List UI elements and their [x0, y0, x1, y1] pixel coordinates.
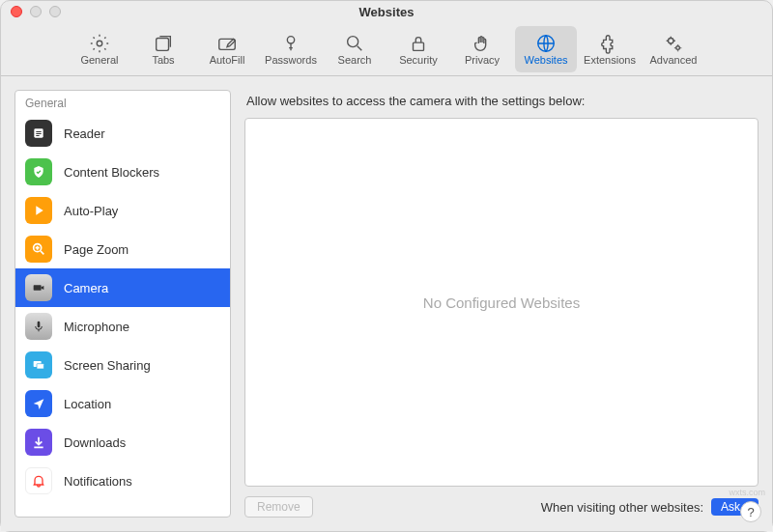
svg-rect-10: [36, 131, 41, 132]
panel-description: Allow websites to access the camera with…: [244, 90, 759, 108]
tab-websites[interactable]: Websites: [515, 26, 577, 72]
tab-privacy[interactable]: Privacy: [451, 26, 513, 72]
svg-point-7: [669, 38, 674, 43]
download-icon: [25, 429, 52, 456]
help-icon: ?: [747, 505, 754, 519]
tab-label: Security: [399, 54, 438, 66]
reader-icon: [25, 120, 52, 147]
svg-point-8: [676, 45, 680, 49]
gears-icon: [663, 33, 684, 54]
tab-label: AutoFill: [210, 54, 245, 66]
sidebar-item-label: Camera: [64, 281, 108, 295]
tab-autofill[interactable]: AutoFill: [196, 26, 258, 72]
svg-point-3: [287, 36, 294, 42]
preferences-toolbar: General Tabs AutoFill Passwords Search S…: [1, 22, 772, 76]
tab-label: Privacy: [465, 54, 500, 66]
screens-icon: [25, 351, 52, 378]
sidebar-item-page-zoom[interactable]: Page Zoom: [15, 230, 230, 268]
tab-extensions[interactable]: Extensions: [579, 26, 641, 72]
svg-point-4: [348, 36, 358, 46]
svg-rect-11: [36, 133, 41, 134]
svg-rect-15: [38, 322, 41, 328]
microphone-icon: [25, 313, 52, 340]
sidebar-item-notifications[interactable]: Notifications: [15, 462, 230, 500]
tab-label: Search: [338, 54, 372, 66]
tab-label: Websites: [524, 54, 567, 66]
sidebar-item-microphone[interactable]: Microphone: [15, 307, 230, 346]
sidebar-item-label: Downloads: [64, 435, 126, 450]
sidebar-item-downloads[interactable]: Downloads: [15, 423, 230, 462]
tab-label: Extensions: [584, 54, 636, 66]
tab-label: Advanced: [650, 54, 698, 66]
window-title: Websites: [1, 5, 772, 19]
svg-rect-5: [414, 42, 424, 50]
lock-icon: [408, 33, 429, 54]
globe-icon: [535, 33, 557, 54]
sidebar-item-label: Screen Sharing: [64, 358, 151, 373]
svg-rect-14: [34, 285, 42, 290]
remove-button[interactable]: Remove: [244, 496, 313, 518]
sidebar-item-content-blockers[interactable]: Content Blockers: [15, 153, 230, 191]
tab-passwords[interactable]: Passwords: [260, 26, 322, 72]
tab-search[interactable]: Search: [324, 26, 386, 72]
svg-rect-12: [36, 135, 39, 136]
tab-tabs[interactable]: Tabs: [132, 26, 194, 72]
sidebar-item-auto-play[interactable]: Auto-Play: [15, 191, 230, 230]
sidebar-group-header: General: [15, 91, 230, 114]
tab-label: General: [80, 54, 118, 66]
sidebar-item-label: Notifications: [64, 474, 132, 489]
pencil-card-icon: [216, 33, 238, 54]
default-policy-label: When visiting other websites:: [541, 500, 703, 515]
sidebar-item-label: Page Zoom: [64, 242, 129, 257]
help-button[interactable]: ?: [740, 501, 761, 522]
sidebar-item-location[interactable]: Location: [15, 384, 230, 423]
search-icon: [344, 33, 365, 54]
tab-advanced[interactable]: Advanced: [643, 26, 704, 72]
sidebar-item-screen-sharing[interactable]: Screen Sharing: [15, 346, 230, 384]
configured-websites-list[interactable]: No Configured Websites: [244, 118, 759, 487]
titlebar: Websites: [1, 1, 772, 22]
sidebar-item-label: Content Blockers: [64, 165, 159, 180]
tab-general[interactable]: General: [69, 26, 130, 72]
empty-state-text: No Configured Websites: [423, 294, 580, 311]
tabs-icon: [153, 33, 174, 54]
sidebar: General Reader Content Blockers Auto-Pla…: [14, 90, 231, 518]
gear-icon: [89, 33, 110, 54]
play-icon: [25, 197, 52, 224]
tab-security[interactable]: Security: [387, 26, 449, 72]
shield-check-icon: [25, 158, 52, 185]
sidebar-item-label: Microphone: [64, 320, 129, 334]
tab-label: Passwords: [265, 54, 317, 66]
sidebar-item-label: Reader: [64, 126, 105, 141]
camera-icon: [25, 274, 52, 301]
sidebar-item-label: Auto-Play: [64, 204, 118, 218]
svg-rect-2: [219, 39, 236, 49]
tab-label: Tabs: [152, 54, 174, 66]
svg-rect-1: [157, 38, 169, 50]
puzzle-icon: [599, 33, 620, 54]
main-panel: Allow websites to access the camera with…: [244, 90, 759, 518]
watermark: wxts.com: [729, 488, 765, 497]
location-icon: [25, 390, 52, 417]
svg-rect-17: [37, 364, 43, 369]
zoom-icon: [25, 236, 52, 263]
svg-point-0: [97, 41, 102, 46]
sidebar-item-label: Location: [64, 397, 111, 411]
sidebar-item-reader[interactable]: Reader: [15, 114, 230, 153]
key-icon: [280, 33, 301, 54]
sidebar-item-camera[interactable]: Camera: [15, 268, 230, 307]
select-value: Ask: [721, 500, 740, 514]
bell-icon: [25, 467, 52, 494]
hand-icon: [472, 33, 493, 54]
